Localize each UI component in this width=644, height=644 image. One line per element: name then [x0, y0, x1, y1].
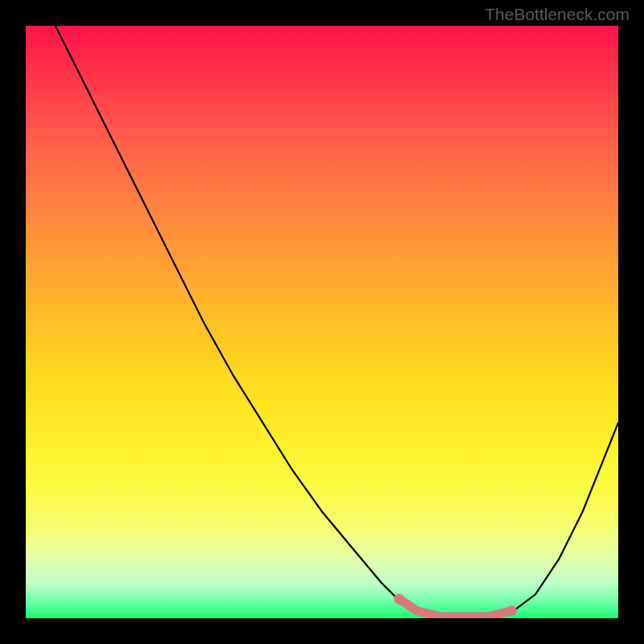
bottleneck-curve [56, 26, 618, 618]
chart-svg [26, 26, 618, 618]
highlight-start-dot [394, 593, 404, 604]
optimal-highlight [399, 599, 512, 617]
watermark-text: TheBottleneck.com [485, 5, 630, 24]
highlight-end-dot [506, 605, 517, 616]
plot-area [26, 26, 618, 618]
